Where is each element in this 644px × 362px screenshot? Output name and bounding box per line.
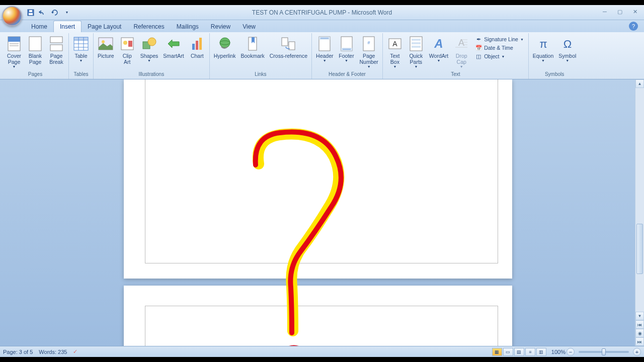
draft-view-button[interactable]: ▥ [536,348,546,356]
tab-mailings[interactable]: Mailings [171,21,205,32]
minimize-button[interactable]: ─ [599,7,611,16]
tab-view[interactable]: View [236,21,262,32]
chart-button[interactable]: Chart [187,34,207,60]
group-pages: Cover Page ▼ Blank Page Page Break Pages [2,33,69,79]
clip-art-button[interactable]: Clip Art [117,34,137,66]
object-button[interactable]: ◫Object ▼ [473,52,525,60]
cover-page-button[interactable]: Cover Page ▼ [4,34,24,70]
cross-reference-icon [280,36,296,52]
svg-rect-16 [74,37,88,40]
group-text: A Text Box ▼ Quick Parts ▼ A WordArt ▼ A… [383,33,529,79]
maximize-button[interactable]: ▢ [614,7,626,16]
tab-home[interactable]: Home [25,21,53,32]
page-indicator[interactable]: Page: 3 of 5 [3,349,33,355]
word-count[interactable]: Words: 235 [39,349,67,355]
chevron-down-icon: ▼ [345,59,348,62]
document-page[interactable]: How to delete a page in Word [124,286,512,346]
next-page-button[interactable]: ⏭ [635,337,644,346]
quick-parts-button[interactable]: Quick Parts ▼ [406,34,426,70]
svg-rect-2 [29,10,32,12]
symbol-button[interactable]: Ω Symbol ▼ [556,34,578,64]
bookmark-button[interactable]: Bookmark [239,34,267,60]
document-page[interactable] [124,79,512,279]
zoom-slider-thumb[interactable] [602,348,606,355]
qat-customize[interactable]: ▼ [61,7,72,18]
group-header-footer: Header ▼ Footer ▼ # Page Number ▼ Header… [312,33,383,79]
previous-page-button[interactable]: ⏮ [635,320,644,329]
date-time-button[interactable]: 📅Date & Time [473,44,525,52]
tab-insert[interactable]: Insert [53,21,82,32]
scroll-thumb[interactable] [636,224,643,274]
office-button[interactable] [2,6,22,26]
web-layout-view-button[interactable]: ▤ [514,348,524,356]
hyperlink-button[interactable]: Hyperlink [212,34,238,60]
zoom-in-button[interactable]: + [633,348,641,356]
cover-page-icon [6,36,22,52]
chevron-down-icon: ▼ [367,65,371,68]
scroll-down-button[interactable]: ▼ [635,312,644,320]
document-area: How to delete a page in Word ▲ ▼ ⏮ ◉ ⏭ [0,79,644,346]
page-break-icon [48,36,64,52]
table-button[interactable]: Table ▼ [71,34,91,64]
save-button[interactable] [25,7,36,18]
chevron-down-icon: ▼ [460,65,463,68]
group-symbols: π Equation ▼ Ω Symbol ▼ Symbols [529,33,580,79]
tab-page-layout[interactable]: Page Layout [82,21,127,32]
text-box-icon: A [387,36,403,52]
svg-rect-1 [29,13,33,15]
document-scroll[interactable]: How to delete a page in Word [0,79,635,346]
footer-button[interactable]: Footer ▼ [337,34,357,64]
cross-reference-button[interactable]: Cross-reference [268,34,309,60]
select-browse-object-button[interactable]: ◉ [635,329,644,337]
scroll-up-button[interactable]: ▲ [635,79,644,88]
signature-line-button[interactable]: ✒Signature Line ▼ [473,35,525,43]
tab-review[interactable]: Review [205,21,236,32]
wordart-button[interactable]: A WordArt ▼ [427,34,450,64]
svg-point-23 [148,38,156,46]
page-number-button[interactable]: # Page Number ▼ [358,34,380,70]
smartart-icon [166,36,182,52]
full-screen-view-button[interactable]: ▭ [503,348,513,356]
chevron-down-icon: ▼ [541,59,545,62]
hyperlink-icon [217,36,233,52]
smartart-button[interactable]: SmartArt [161,34,186,60]
svg-text:π: π [539,38,547,50]
picture-button[interactable]: Picture [96,34,116,60]
blank-page-button[interactable]: Blank Page [25,34,45,66]
zoom-level[interactable]: 100% [551,349,566,355]
outline-view-button[interactable]: ≡ [525,348,535,356]
chevron-down-icon: ▼ [79,59,83,62]
svg-point-27 [220,38,230,48]
date-icon: 📅 [475,44,482,51]
group-tables: Table ▼ Tables [69,33,94,79]
proofing-button[interactable]: ✓ [73,348,77,355]
chevron-down-icon: ▼ [147,59,151,62]
signature-icon: ✒ [475,36,482,43]
zoom-out-button[interactable]: − [567,348,575,356]
quick-access-toolbar: ▼ [25,5,72,20]
scroll-track[interactable] [635,88,644,312]
print-layout-view-button[interactable]: ▦ [492,348,502,356]
close-button[interactable]: ✕ [629,7,641,16]
drop-cap-button[interactable]: A Drop Cap ▼ [451,34,471,70]
clip-art-icon [119,36,135,52]
title-bar: ▼ TEST ON A CENTRIFUGAL PUMP - Microsoft… [0,5,644,20]
undo-button[interactable] [37,7,48,18]
svg-rect-25 [196,41,198,50]
header-button[interactable]: Header ▼ [314,34,335,64]
help-button[interactable]: ? [629,22,638,31]
bookmark-icon [245,36,261,52]
svg-rect-4 [8,37,20,42]
page-break-button[interactable]: Page Break [46,34,66,66]
svg-rect-44 [412,42,421,44]
zoom-slider[interactable] [579,351,629,353]
equation-button[interactable]: π Equation ▼ [531,34,555,64]
chevron-down-icon: ▼ [414,65,418,68]
footer-icon [339,36,355,52]
tab-references[interactable]: References [127,21,170,32]
shapes-button[interactable]: Shapes ▼ [138,34,160,64]
blank-page-icon [27,36,43,52]
text-box-button[interactable]: A Text Box ▼ [385,34,405,70]
word-application: ▼ TEST ON A CENTRIFUGAL PUMP - Microsoft… [0,5,644,357]
redo-button[interactable] [49,7,60,18]
